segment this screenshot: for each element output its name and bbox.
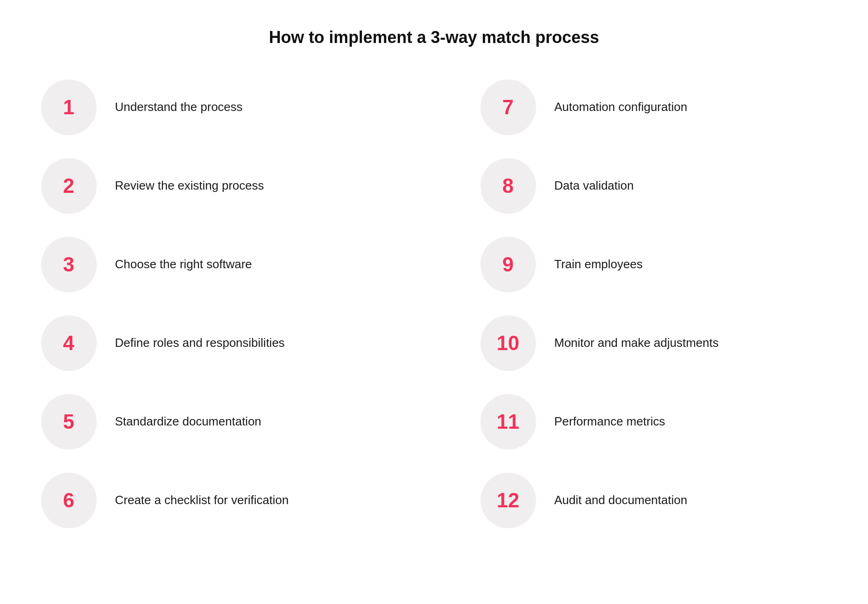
step-number: 7	[502, 96, 513, 119]
step-number: 8	[502, 174, 513, 197]
step-circle: 1	[41, 80, 97, 135]
step-number: 6	[63, 489, 74, 512]
step-label: Performance metrics	[554, 414, 665, 430]
step-number: 2	[63, 174, 74, 197]
step-label: Review the existing process	[115, 178, 264, 194]
step-circle: 11	[480, 394, 536, 450]
list-item: 10 Monitor and make adjustments	[480, 311, 827, 376]
step-circle: 12	[480, 473, 536, 528]
step-label: Audit and documentation	[554, 493, 688, 508]
list-item: 7 Automation configuration	[480, 75, 827, 140]
step-label: Automation configuration	[554, 99, 688, 115]
step-number: 11	[497, 410, 519, 433]
step-label: Choose the right software	[115, 257, 252, 272]
step-circle: 3	[41, 237, 97, 292]
step-circle: 8	[480, 158, 536, 214]
step-number: 12	[497, 489, 519, 512]
step-label: Understand the process	[115, 99, 243, 115]
list-item: 4 Define roles and responsibilities	[41, 311, 388, 376]
step-label: Standardize documentation	[115, 414, 262, 430]
step-number: 4	[63, 332, 74, 355]
page-title: How to implement a 3-way match process	[269, 28, 599, 47]
list-item: 5 Standardize documentation	[41, 389, 388, 454]
list-item: 8 Data validation	[480, 154, 827, 218]
step-circle: 9	[480, 237, 536, 292]
step-number: 9	[502, 253, 513, 276]
step-circle: 2	[41, 158, 97, 214]
step-circle: 5	[41, 394, 97, 450]
step-circle: 7	[480, 80, 536, 135]
list-item: 2 Review the existing process	[41, 154, 388, 218]
step-label: Monitor and make adjustments	[554, 335, 719, 351]
step-number: 5	[63, 410, 74, 433]
step-number: 10	[497, 332, 519, 355]
list-item: 3 Choose the right software	[41, 232, 388, 297]
items-grid: 1 Understand the process 7 Automation co…	[41, 75, 827, 533]
list-item: 1 Understand the process	[41, 75, 388, 140]
list-item: 11 Performance metrics	[480, 389, 827, 454]
step-label: Create a checklist for verification	[115, 493, 289, 508]
list-item: 12 Audit and documentation	[480, 468, 827, 533]
step-number: 3	[63, 253, 74, 276]
list-item: 6 Create a checklist for verification	[41, 468, 388, 533]
step-circle: 6	[41, 473, 97, 528]
step-label: Train employees	[554, 257, 643, 272]
step-label: Define roles and responsibilities	[115, 335, 285, 351]
step-circle: 4	[41, 315, 97, 371]
step-label: Data validation	[554, 178, 634, 194]
list-item: 9 Train employees	[480, 232, 827, 297]
step-circle: 10	[480, 315, 536, 371]
step-number: 1	[63, 96, 74, 119]
